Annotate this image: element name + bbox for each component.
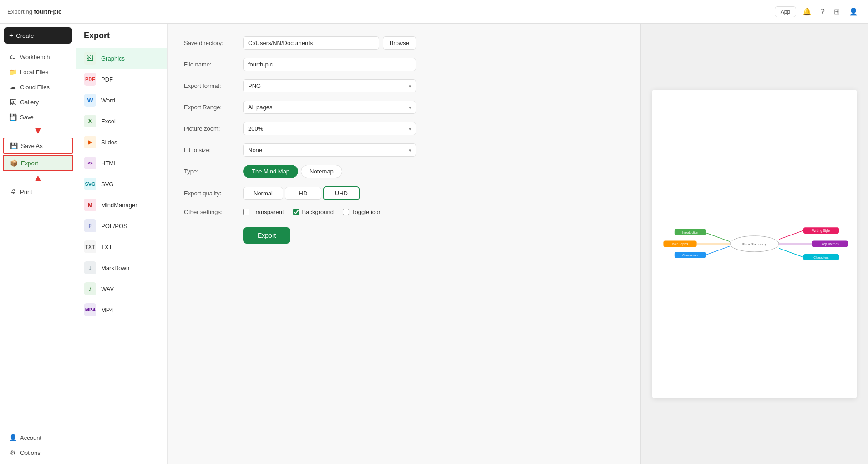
- format-item-slides[interactable]: ▶ Slides: [76, 132, 167, 153]
- export-button[interactable]: Export: [243, 227, 290, 244]
- format-item-pof[interactable]: P POF/POS: [76, 215, 167, 236]
- plus-icon: +: [9, 31, 13, 40]
- svg-line-11: [779, 230, 803, 240]
- sidebar-item-workbench[interactable]: 🗂 Workbench: [3, 50, 73, 64]
- export-quality-label: Export quality:: [184, 190, 243, 197]
- arrow-down-container: ▼: [0, 125, 76, 137]
- grid-icon[interactable]: ⊞: [831, 5, 843, 18]
- topbar-title: Exporting fourth-pic: [7, 8, 771, 15]
- picture-zoom-label: Picture zoom:: [184, 125, 243, 132]
- type-mind-map-button[interactable]: The Mind Map: [243, 165, 298, 178]
- toggle-icon-checkbox[interactable]: [343, 209, 349, 215]
- svg-text:Main Topics: Main Topics: [672, 242, 689, 246]
- transparent-checkbox[interactable]: [243, 209, 249, 215]
- export-range-label: Export Range:: [184, 104, 243, 111]
- sidebar-item-account[interactable]: 👤 Account: [3, 430, 73, 445]
- format-item-txt[interactable]: TXT TXT: [76, 236, 167, 257]
- sidebar-item-local-files[interactable]: 📁 Local Files: [3, 65, 73, 79]
- sidebar-item-save-as[interactable]: 💾 Save As: [3, 138, 73, 154]
- format-item-word[interactable]: W Word: [76, 90, 167, 111]
- sidebar-item-print[interactable]: 🖨 Print: [3, 184, 73, 199]
- file-name-input[interactable]: [243, 58, 416, 71]
- format-item-mp4[interactable]: MP4 MP4: [76, 299, 167, 320]
- mind-map-preview: Book Summary Introduction Main Topics Co…: [652, 90, 857, 398]
- picture-zoom-row: Picture zoom: 100% 150% 200% 300% ▾: [184, 122, 624, 135]
- svg-text:Key Themes: Key Themes: [821, 242, 839, 246]
- account-icon: 👤: [9, 434, 16, 441]
- sidebar-bottom: 👤 Account ⚙ Options: [0, 426, 76, 464]
- export-range-row: Export Range: All pages Current page Sel…: [184, 101, 624, 114]
- background-checkbox[interactable]: [293, 209, 299, 215]
- format-item-mindmanager[interactable]: M MindManager: [76, 194, 167, 215]
- sidebar-item-cloud-files[interactable]: ☁ Cloud Files: [3, 80, 73, 94]
- fit-to-size-select[interactable]: None A4 A3 Letter: [243, 143, 416, 157]
- sidebar-item-options[interactable]: ⚙ Options: [3, 445, 73, 460]
- quality-normal-button[interactable]: Normal: [243, 187, 283, 200]
- mp4-icon: MP4: [84, 303, 96, 316]
- sidebar-item-gallery[interactable]: 🖼 Gallery: [3, 95, 73, 109]
- save-as-icon: 💾: [10, 142, 17, 149]
- type-label: Type:: [184, 168, 243, 175]
- format-item-graphics[interactable]: 🖼 Graphics: [76, 48, 167, 69]
- topbar-actions: App 🔔 ? ⊞ 👤: [775, 5, 861, 18]
- format-panel: Export 🖼 Graphics PDF PDF W Word X Excel…: [76, 24, 168, 464]
- quality-uhd-button[interactable]: UHD: [323, 186, 360, 200]
- save-directory-input[interactable]: [243, 36, 379, 50]
- txt-icon: TXT: [84, 240, 96, 253]
- picture-zoom-select[interactable]: 100% 150% 200% 300%: [243, 122, 416, 135]
- format-item-pdf[interactable]: PDF PDF: [76, 69, 167, 90]
- svg-text:Writing Style: Writing Style: [812, 229, 830, 233]
- format-panel-title: Export: [76, 31, 167, 48]
- svg-text:Book Summary: Book Summary: [742, 242, 766, 246]
- transparent-checkbox-label[interactable]: Transparent: [243, 209, 284, 215]
- arrow-up-icon: ▲: [33, 172, 43, 184]
- picture-zoom-select-wrap: 100% 150% 200% 300% ▾: [243, 122, 416, 135]
- topbar: Exporting fourth-pic App 🔔 ? ⊞ 👤: [0, 0, 868, 24]
- bell-icon[interactable]: 🔔: [800, 5, 814, 18]
- create-button[interactable]: + Create: [4, 27, 72, 44]
- export-btn-row: Export: [184, 224, 624, 244]
- options-icon: ⚙: [9, 449, 16, 456]
- mindmanager-icon: M: [84, 199, 96, 211]
- checkbox-group: Transparent Background Toggle icon: [243, 209, 382, 215]
- workbench-icon: 🗂: [9, 53, 16, 61]
- sidebar: + Create 🗂 Workbench 📁 Local Files ☁ Clo…: [0, 24, 76, 464]
- browse-button[interactable]: Browse: [383, 36, 416, 50]
- type-notemap-button[interactable]: Notemap: [301, 165, 342, 178]
- format-item-svg[interactable]: SVG SVG: [76, 173, 167, 194]
- file-name-row: File name:: [184, 58, 624, 71]
- type-row: Type: The Mind Map Notemap: [184, 165, 624, 178]
- pdf-icon: PDF: [84, 73, 96, 86]
- sidebar-item-save[interactable]: 💾 Save: [3, 110, 73, 124]
- settings-panel: Save directory: Browse File name: Export…: [168, 24, 640, 464]
- word-icon: W: [84, 94, 96, 107]
- save-directory-row: Save directory: Browse: [184, 36, 624, 50]
- excel-icon: X: [84, 115, 96, 127]
- format-item-excel[interactable]: X Excel: [76, 111, 167, 132]
- main-layout: + Create 🗂 Workbench 📁 Local Files ☁ Clo…: [0, 24, 868, 464]
- format-item-wav[interactable]: ♪ WAV: [76, 278, 167, 299]
- sidebar-nav: 🗂 Workbench 📁 Local Files ☁ Cloud Files …: [0, 47, 76, 426]
- background-checkbox-label[interactable]: Background: [293, 209, 334, 215]
- format-item-markdown[interactable]: ↓ MarkDown: [76, 257, 167, 278]
- wav-icon: ♪: [84, 282, 96, 295]
- svg-text:Conclusion: Conclusion: [682, 254, 698, 257]
- export-format-label: Export format:: [184, 82, 243, 89]
- slides-icon: ▶: [84, 136, 96, 148]
- pof-icon: P: [84, 219, 96, 232]
- toggle-icon-checkbox-label[interactable]: Toggle icon: [343, 209, 382, 215]
- app-button[interactable]: App: [775, 6, 796, 17]
- user-icon[interactable]: 👤: [846, 5, 861, 18]
- cloud-icon: ☁: [9, 83, 16, 91]
- arrow-down-icon: ▼: [33, 125, 43, 136]
- format-item-html[interactable]: <> HTML: [76, 153, 167, 173]
- export-format-select[interactable]: PNG JPG BMP TIFF: [243, 79, 416, 92]
- fit-to-size-select-wrap: None A4 A3 Letter ▾: [243, 143, 416, 157]
- svg-line-8: [706, 246, 730, 255]
- sidebar-item-export[interactable]: 📦 Export: [3, 155, 73, 171]
- help-icon[interactable]: ?: [818, 6, 827, 18]
- svg-text:Characters: Characters: [813, 256, 829, 259]
- quality-hd-button[interactable]: HD: [285, 187, 321, 200]
- export-range-select[interactable]: All pages Current page Selected area: [243, 101, 416, 114]
- html-icon: <>: [84, 157, 96, 169]
